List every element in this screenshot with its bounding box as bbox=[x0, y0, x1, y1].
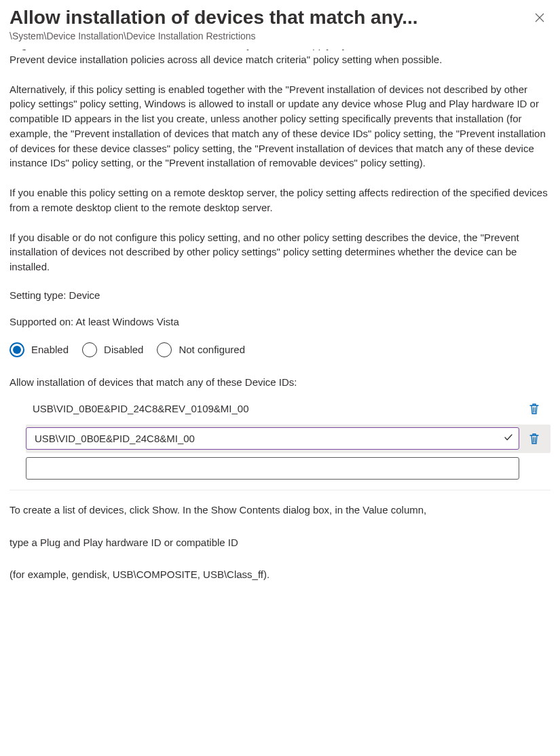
trash-icon bbox=[529, 433, 540, 445]
setting-type: Setting type: Device bbox=[10, 289, 550, 301]
device-id-list-label: Allow installation of devices that match… bbox=[10, 376, 550, 388]
panel-header: Allow installation of devices that match… bbox=[10, 0, 550, 29]
device-id-input[interactable] bbox=[33, 432, 500, 445]
description-paragraph: If you enable this policy setting on a r… bbox=[10, 185, 550, 215]
supported-on: Supported on: At least Windows Vista bbox=[10, 316, 550, 327]
breadcrumb: \System\Device Installation\Device Insta… bbox=[10, 31, 550, 41]
radio-disabled[interactable]: Disabled bbox=[82, 342, 143, 357]
radio-label: Enabled bbox=[31, 344, 69, 355]
radio-icon bbox=[82, 342, 97, 357]
device-id-row bbox=[26, 425, 550, 453]
device-id-row: USB\VID_0B0E&PID_24C8&REV_0109&MI_00 bbox=[26, 395, 550, 423]
delete-row-button[interactable] bbox=[523, 428, 545, 450]
panel-body: target Windows 10 versions. It is recomm… bbox=[10, 50, 550, 600]
device-id-input[interactable] bbox=[33, 462, 513, 475]
policy-help-text: To create a list of devices, click Show.… bbox=[10, 503, 550, 582]
radio-enabled[interactable]: Enabled bbox=[10, 342, 69, 357]
description-paragraph: If you disable or do not configure this … bbox=[10, 230, 550, 274]
settings-panel: Allow installation of devices that match… bbox=[0, 0, 560, 616]
device-id-list: USB\VID_0B0E&PID_24C8&REV_0109&MI_00 bbox=[10, 395, 550, 483]
divider bbox=[10, 490, 550, 490]
device-id-row bbox=[26, 454, 550, 483]
close-icon bbox=[535, 13, 544, 22]
radio-label: Disabled bbox=[104, 344, 143, 355]
device-id-input-wrap bbox=[26, 427, 519, 450]
radio-icon bbox=[157, 342, 172, 357]
help-paragraph: (for example, gendisk, USB\COMPOSITE, US… bbox=[10, 567, 550, 582]
page-title: Allow installation of devices that match… bbox=[10, 5, 529, 29]
policy-description: target Windows 10 versions. It is recomm… bbox=[10, 50, 550, 274]
device-id-value[interactable]: USB\VID_0B0E&PID_24C8&REV_0109&MI_00 bbox=[26, 403, 519, 414]
help-paragraph: To create a list of devices, click Show.… bbox=[10, 503, 550, 518]
help-paragraph: type a Plug and Play hardware ID or comp… bbox=[10, 535, 550, 550]
state-radio-group: Enabled Disabled Not configured bbox=[10, 342, 550, 357]
description-paragraph: target Windows 10 versions. It is recomm… bbox=[10, 50, 550, 67]
trash-icon bbox=[529, 403, 540, 415]
radio-label: Not configured bbox=[179, 344, 245, 355]
description-paragraph: Alternatively, if this policy setting is… bbox=[10, 82, 550, 171]
check-icon bbox=[504, 433, 513, 442]
radio-not-configured[interactable]: Not configured bbox=[157, 342, 245, 357]
close-button[interactable] bbox=[529, 7, 550, 29]
confirm-input-button[interactable] bbox=[500, 433, 513, 445]
device-id-input-wrap bbox=[26, 457, 519, 480]
delete-row-button[interactable] bbox=[523, 398, 545, 420]
radio-icon bbox=[10, 342, 24, 357]
